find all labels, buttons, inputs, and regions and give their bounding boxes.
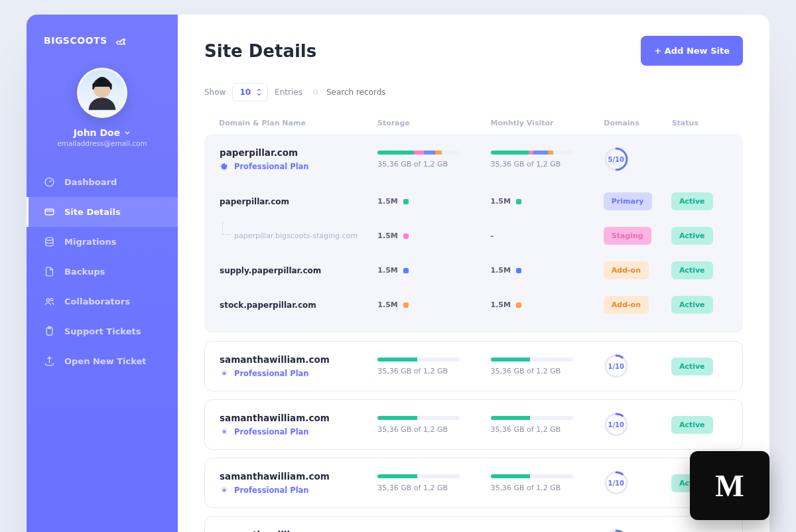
tag-badge: Primary — [604, 192, 652, 210]
sidebar-item-label: Collaborators — [64, 297, 130, 306]
sub-visitor: - — [491, 232, 604, 240]
plan-label: Professional Plan — [234, 369, 309, 378]
users-icon — [44, 296, 55, 307]
brand-label: BIGSCOOTS — [44, 35, 107, 46]
card-summary: samanthawilliam.com Professional Plan 35… — [205, 400, 742, 449]
gear-icon — [220, 486, 229, 495]
database-icon — [44, 236, 55, 247]
card-summary: samanthawilliam.com Professional Plan 35… — [205, 342, 742, 391]
file-icon — [44, 266, 55, 277]
sidebar-item-open-ticket[interactable]: Open New Ticket — [27, 346, 178, 376]
col-domain: Domain & Plan Name — [219, 119, 377, 127]
plan-label: Professional Plan — [234, 486, 309, 495]
storage-text: 35,36 GB of 1,2 GB — [377, 484, 490, 492]
svg-point-19 — [606, 414, 627, 435]
brand: BIGSCOOTS — [27, 33, 178, 48]
entries-label: Entries — [275, 88, 302, 97]
table-row[interactable]: stock.paperpillar.com 1.5M 1.5M Add-on A… — [220, 287, 728, 322]
card-summary: samanthawilliam.com Professional Plan 35… — [205, 517, 742, 532]
storage-text: 35,36 GB of 1,2 GB — [377, 425, 490, 434]
storage-bar — [377, 416, 460, 420]
domain-name: samanthawilliam.com — [220, 529, 377, 532]
add-new-site-button[interactable]: + Add New Site — [641, 36, 743, 66]
sub-storage: 1.5M — [377, 232, 490, 240]
col-visitor: Monhtly Visitor — [491, 119, 604, 127]
user-name: John Doe — [74, 127, 120, 138]
visitor-bar — [491, 474, 573, 478]
site-card[interactable]: samanthawilliam.com Professional Plan 35… — [204, 516, 743, 532]
domains-ring: 1/10 — [604, 529, 629, 532]
dot-icon — [516, 302, 521, 308]
visitor-bar — [491, 416, 573, 420]
storage-bar-multi — [377, 151, 460, 155]
sites-table: Domain & Plan Name Storage Monhtly Visit… — [204, 119, 743, 532]
table-row[interactable]: paperpillar.bigscoots-staging.com 1.5M -… — [220, 218, 728, 253]
plan-label: Professional Plan — [234, 427, 309, 436]
stepper-icon — [256, 88, 262, 97]
sidebar-item-migrations[interactable]: Migrations — [27, 227, 178, 257]
ring-icon — [604, 354, 629, 379]
sub-domain: paperpillar.com — [220, 197, 377, 206]
visitor-cell: 35,36 GB of 1,2 GB — [491, 474, 604, 492]
col-domains: Domains — [604, 119, 671, 127]
sub-tag: Primary — [604, 192, 671, 210]
visitor-cell: 35,36 GB of 1,2 GB — [491, 358, 604, 375]
site-card[interactable]: samanthawilliam.com Professional Plan 35… — [204, 341, 743, 391]
visitor-text: 35,36 GB of 1,2 GB — [491, 425, 604, 434]
site-card[interactable]: samanthawilliam.com Professional Plan 35… — [204, 399, 743, 450]
chevron-down-icon — [124, 129, 131, 136]
avatar[interactable] — [77, 68, 127, 118]
sidebar-item-dashboard[interactable]: Dashboard — [27, 167, 178, 197]
visitor-text: 35,36 GB of 1,2 GB — [491, 484, 604, 492]
svg-point-12 — [313, 90, 317, 94]
storage-cell: 35,36 GB of 1,2 GB — [377, 358, 490, 375]
app-shell: BIGSCOOTS — [27, 15, 769, 532]
sidebar-item-support[interactable]: Support Tickets — [27, 316, 178, 346]
medium-badge[interactable]: M — [690, 451, 769, 520]
plan-row: Professional Plan — [220, 162, 377, 171]
site-card-expanded[interactable]: paperpillar.com Professional Plan — [204, 134, 743, 333]
avatar-image — [79, 70, 125, 116]
page-header: Site Details + Add New Site — [204, 36, 743, 66]
sidebar-item-backups[interactable]: Backups — [27, 257, 178, 287]
domains-ring: 5/10 — [604, 147, 629, 172]
visitor-cell: 35,36 GB of 1,2 GB — [491, 416, 604, 434]
user-name-row[interactable]: John Doe — [74, 127, 131, 138]
table-row[interactable]: supply.paperpillar.com 1.5M 1.5M Add-on … — [220, 253, 728, 287]
gauge-icon — [44, 176, 55, 188]
visitor-cell: 35,36 GB of 1,2 GB — [491, 151, 604, 168]
search-input[interactable] — [325, 87, 431, 98]
plan-row: Professional Plan — [220, 486, 377, 495]
sub-storage: 1.5M — [377, 197, 490, 206]
col-storage: Storage — [377, 119, 491, 127]
domain-cell: samanthawilliam.com Professional Plan — [220, 471, 377, 495]
status-cell: Active — [671, 358, 728, 375]
sidebar-item-label: Migrations — [64, 237, 116, 247]
site-card[interactable]: samanthawilliam.com Professional Plan 35… — [204, 458, 743, 508]
status-badge: Active — [671, 416, 713, 434]
plan-row: Professional Plan — [220, 369, 377, 378]
table-row[interactable]: paperpillar.com 1.5M 1.5M Primary Active — [220, 184, 728, 218]
sidebar-item-collaborators[interactable]: Collaborators — [27, 287, 178, 316]
tag-badge: Add-on — [604, 296, 649, 314]
user-email: emailaddress@email.com — [57, 139, 147, 147]
show-entries: Show 10 Entries — [204, 83, 302, 101]
domains-cell: 1/10 — [604, 529, 671, 532]
filters: Show 10 Entries — [204, 83, 743, 101]
tag-badge: Add-on — [604, 261, 649, 279]
visitor-text: 35,36 GB of 1,2 GB — [491, 160, 604, 168]
entries-select[interactable]: 10 — [232, 83, 268, 101]
sidebar-item-label: Dashboard — [64, 177, 117, 187]
sidebar-item-site-details[interactable]: Site Details — [27, 197, 178, 227]
status-cell: Active — [671, 416, 728, 434]
sidebar-item-label: Open New Ticket — [64, 356, 147, 366]
sub-storage: 1.5M — [377, 300, 490, 309]
dot-icon — [516, 199, 521, 204]
page-title: Site Details — [204, 41, 316, 61]
ring-icon — [604, 470, 629, 496]
ring-icon — [604, 147, 629, 172]
svg-point-16 — [606, 356, 627, 377]
storage-bar — [377, 474, 460, 478]
storage-text: 35,36 GB of 1,2 GB — [377, 367, 490, 375]
sub-domain: supply.paperpillar.com — [220, 266, 377, 275]
